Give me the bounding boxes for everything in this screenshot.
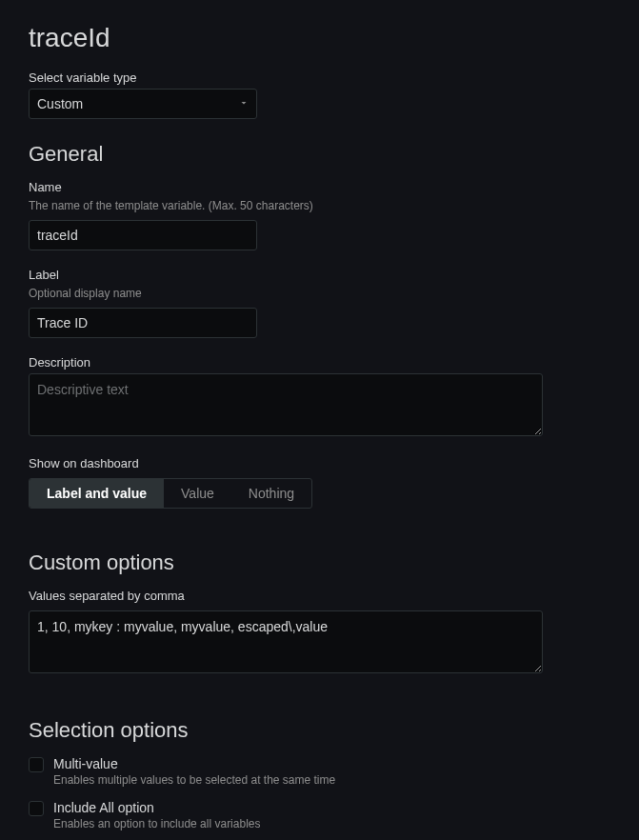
show-on-dashboard-group: Label and value Value Nothing [29,478,312,509]
multi-value-row: Multi-value Enables multiple values to b… [29,756,610,787]
multi-value-help: Enables multiple values to be selected a… [53,773,335,787]
custom-options-title: Custom options [29,550,610,575]
name-help: The name of the template variable. (Max.… [29,198,610,214]
show-opt-nothing[interactable]: Nothing [231,479,311,508]
show-on-dashboard-label: Show on dashboard [29,456,610,470]
variable-type-label: Select variable type [29,70,610,85]
multi-value-text: Multi-value Enables multiple values to b… [53,756,335,787]
label-field: Label Optional display name [29,268,610,338]
show-opt-label-and-value[interactable]: Label and value [30,479,164,508]
label-input[interactable] [29,308,257,338]
show-opt-value[interactable]: Value [164,479,231,508]
multi-value-label: Multi-value [53,756,335,771]
show-on-dashboard-field: Show on dashboard Label and value Value … [29,456,610,509]
include-all-label: Include All option [53,800,260,815]
variable-type-select[interactable]: Custom [29,89,257,119]
custom-values-field: Values separated by comma 1, 10, mykey :… [29,589,610,676]
custom-values-textarea[interactable]: 1, 10, mykey : myvalue, myvalue, escaped… [29,610,543,673]
variable-type-field: Select variable type Custom [29,70,610,119]
description-textarea[interactable] [29,373,543,436]
general-section-title: General [29,142,610,167]
description-field: Description [29,355,610,439]
name-input[interactable] [29,220,257,250]
multi-value-checkbox[interactable] [29,757,44,772]
name-label: Name [29,180,610,194]
include-all-row: Include All option Enables an option to … [29,800,610,830]
label-help: Optional display name [29,286,610,302]
page-title: traceId [29,23,610,53]
include-all-help: Enables an option to include all variabl… [53,817,260,830]
label-label: Label [29,268,610,282]
variable-type-select-wrap: Custom [29,89,257,119]
custom-values-label: Values separated by comma [29,589,610,603]
name-field: Name The name of the template variable. … [29,180,610,250]
selection-options-title: Selection options [29,718,610,743]
variable-editor-page: traceId Select variable type Custom Gene… [0,0,639,840]
include-all-text: Include All option Enables an option to … [53,800,260,830]
include-all-checkbox[interactable] [29,801,44,816]
description-label: Description [29,355,610,370]
